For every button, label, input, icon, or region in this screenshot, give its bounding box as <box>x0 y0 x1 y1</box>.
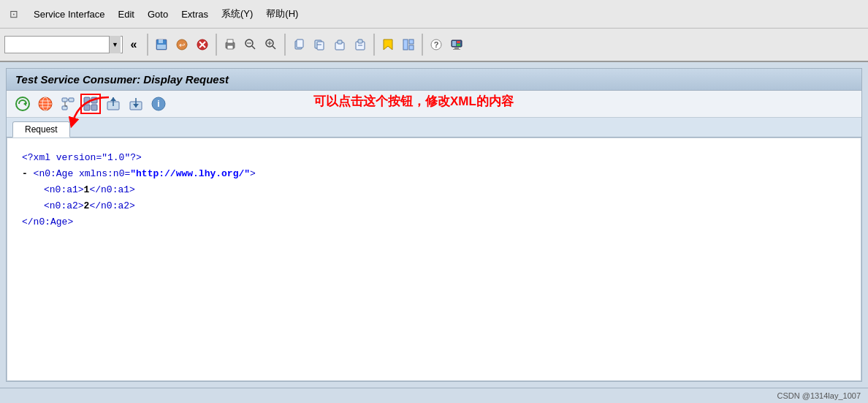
export-icon <box>105 96 121 112</box>
paste-button-2[interactable] <box>351 35 370 54</box>
svg-rect-49 <box>62 106 67 110</box>
panel-info-button[interactable]: i <box>148 94 169 114</box>
svg-line-15 <box>273 46 275 49</box>
toolbar-separator-3 <box>284 34 286 56</box>
xml-line-1: <?xml version="1.0"?> <box>22 150 846 166</box>
copy-icon-1 <box>292 38 305 51</box>
svg-rect-31 <box>409 45 414 50</box>
save-icon <box>155 38 168 51</box>
tab-request[interactable]: Request <box>12 121 70 138</box>
menu-bar: ⊡ Service Interface Edit Goto Extras 系统(… <box>0 0 868 29</box>
xml-tag-gt: > <box>250 168 256 179</box>
tree-icon <box>60 96 76 112</box>
monitor-button[interactable] <box>447 35 466 54</box>
svg-rect-36 <box>453 49 460 50</box>
print-icon <box>224 38 237 51</box>
svg-rect-38 <box>457 41 460 43</box>
menu-goto[interactable]: Goto <box>142 7 174 21</box>
panel-title-bar: Test Service Consumer: Display Request <box>7 69 861 91</box>
copy-button-1[interactable] <box>289 35 308 54</box>
svg-point-40 <box>16 97 29 110</box>
save-button[interactable] <box>152 35 171 54</box>
svg-rect-17 <box>270 41 270 45</box>
svg-rect-10 <box>227 45 233 49</box>
paste-icon-1 <box>333 38 346 51</box>
nav-back-button[interactable]: « <box>124 35 143 54</box>
xml-line-2: - <n0:Age xmlns:n0="http://www.lhy.org/"… <box>22 166 846 182</box>
panel-globe-button[interactable] <box>35 94 56 114</box>
content-area: Test Service Consumer: Display Request <box>0 62 868 388</box>
svg-rect-29 <box>403 39 408 50</box>
xml-url: "http://www.lhy.org/" <box>130 168 250 179</box>
help-button[interactable]: ? <box>427 35 446 54</box>
find-icon-2 <box>264 38 278 51</box>
menu-edit[interactable]: Edit <box>113 7 140 21</box>
copy-button-2[interactable] <box>310 35 329 54</box>
menu-service-interface[interactable]: Service Interface <box>28 7 111 21</box>
find-button-1[interactable] <box>241 35 260 54</box>
svg-text:i: i <box>157 99 159 109</box>
cancel-icon <box>196 38 209 51</box>
panel-refresh-button[interactable] <box>12 94 33 114</box>
svg-rect-24 <box>338 40 342 44</box>
panel-import-button[interactable] <box>126 94 146 114</box>
find-button-2[interactable] <box>262 35 281 54</box>
svg-rect-30 <box>409 39 414 44</box>
paste-button-1[interactable] <box>330 35 349 54</box>
globe-icon <box>37 96 53 112</box>
svg-rect-21 <box>317 42 324 50</box>
menu-extras[interactable]: Extras <box>175 7 214 21</box>
panel-toolbar: i <box>7 91 861 118</box>
svg-text:↩: ↩ <box>179 41 185 49</box>
toolbar-separator-4 <box>373 34 375 56</box>
toolbar-separator-5 <box>422 34 423 56</box>
cancel-button[interactable] <box>193 35 212 54</box>
tab-area: Request <box>7 118 861 138</box>
panel-title: Test Service Consumer: Display Request <box>15 73 229 86</box>
main-content: Test Service Consumer: Display Request <box>0 62 868 403</box>
app-icon: ⊡ <box>6 6 22 22</box>
svg-rect-35 <box>454 48 459 49</box>
info-icon: i <box>151 96 167 112</box>
command-input[interactable] <box>7 37 109 52</box>
bookmark-button[interactable] <box>378 35 397 54</box>
paste-icon-2 <box>354 38 367 51</box>
layout-button[interactable] <box>399 35 418 54</box>
svg-rect-9 <box>227 39 233 43</box>
xml-line-4: <n0:a2>2</n0:a2> <box>22 198 846 214</box>
status-bar: CSDN @1314lay_1007 <box>0 388 868 403</box>
menu-system[interactable]: 系统(Y) <box>216 6 259 22</box>
svg-marker-41 <box>23 102 26 106</box>
panel-export-button[interactable] <box>103 94 123 114</box>
xml-a2-open: <n0:a2> <box>44 200 84 211</box>
svg-rect-13 <box>247 43 251 44</box>
xml-line-3: <n0:a1>1</n0:a1> <box>22 182 846 198</box>
print-button[interactable] <box>221 35 240 54</box>
svg-rect-54 <box>91 97 97 103</box>
inner-panel: Test Service Consumer: Display Request <box>6 68 862 382</box>
command-input-wrap: ▼ <box>4 36 123 53</box>
xml-content-area: <?xml version="1.0"?> - <n0:Age xmlns:n0… <box>7 138 861 381</box>
undo-icon: ↩ <box>175 38 189 51</box>
xml-a2-close: </n0:a2> <box>89 200 134 211</box>
status-text: CSDN @1314lay_1007 <box>777 391 861 400</box>
svg-rect-2 <box>157 45 166 49</box>
command-dropdown-arrow[interactable]: ▼ <box>109 36 121 53</box>
grid-icon <box>83 96 99 112</box>
svg-text:?: ? <box>434 40 439 49</box>
help-icon: ? <box>430 38 443 51</box>
xml-minus: - <box>22 168 34 179</box>
svg-rect-55 <box>84 105 90 110</box>
svg-rect-47 <box>62 98 67 102</box>
main-toolbar: ▼ « ↩ <box>0 29 868 62</box>
monitor-icon <box>450 38 463 51</box>
xml-line-5: </n0:Age> <box>22 214 846 230</box>
panel-grid-button[interactable] <box>80 94 101 114</box>
toolbar-separator-2 <box>216 34 217 56</box>
xml-a1-close: </n0:a1> <box>89 184 134 195</box>
menu-help[interactable]: 帮助(H) <box>260 6 304 22</box>
svg-rect-1 <box>159 39 163 43</box>
panel-tree-button[interactable] <box>58 94 78 114</box>
svg-rect-56 <box>91 105 97 110</box>
undo-button[interactable]: ↩ <box>172 35 191 54</box>
